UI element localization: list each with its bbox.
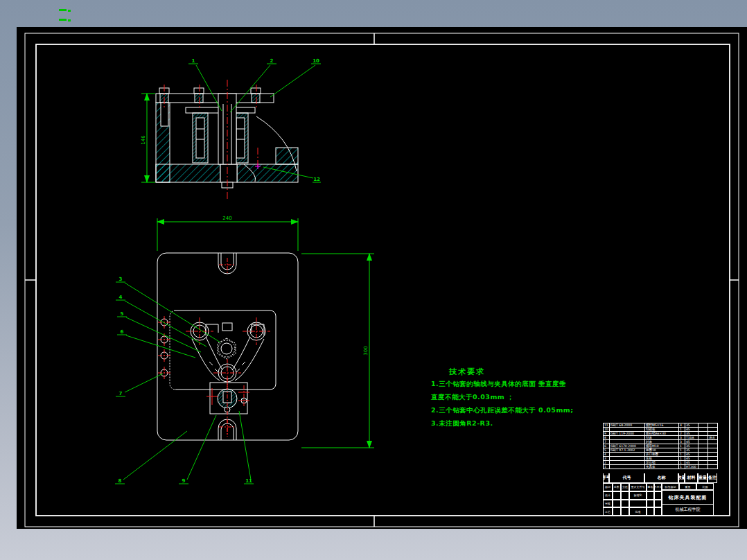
plan-height-dim: 300 xyxy=(363,346,369,355)
tb-label: 阶段标记 xyxy=(662,483,679,490)
title-block: 标记 处数 分区 更改文件号 签名 年月日 设计 标准化 审核 工艺 批准 阶段… xyxy=(603,483,714,516)
bom-header-qty: 数量 xyxy=(678,473,685,483)
tb-label: 年月日 xyxy=(654,483,662,491)
title-block-right: 阶段标记 重量 比例 钻床夹具装配图 机械工程学院 xyxy=(662,483,714,516)
bom-cell: 1 xyxy=(679,465,685,469)
bom-header-code: 代号 xyxy=(609,473,644,483)
tech-req-line: 3.未注圆角R2-R3. xyxy=(431,417,613,430)
title-block-stage-row: 阶段标记 重量 比例 xyxy=(662,483,714,490)
balloon-label: 9 xyxy=(182,478,186,484)
balloon-label: 2 xyxy=(270,58,274,64)
tb-cell xyxy=(654,507,662,516)
tb-cell xyxy=(613,500,621,508)
tb-label: 标准化 xyxy=(629,491,647,500)
tech-req-line: 1.三个钻套的轴线与夹具体的底面 垂直度垂 xyxy=(431,377,613,390)
tech-req-title: 技术要求 xyxy=(449,367,613,377)
tb-label: 审核 xyxy=(603,500,613,508)
balloon-label: 10 xyxy=(313,58,319,64)
balloon-label: 4 xyxy=(119,295,123,300)
cad-viewer-window: { "colors": { "background_top": "#8494a8… xyxy=(0,0,747,560)
bom-cell: HT200 xyxy=(685,465,698,469)
balloon-label: 7 xyxy=(119,391,123,396)
bom-header-mat: 材料 xyxy=(685,473,698,483)
bom-table: 11GB/T 68-2000螺钉M5×1643510钻模板1459GB/T 11… xyxy=(603,423,718,469)
tb-label: 批准 xyxy=(629,507,647,516)
bom-header-note: 备注 xyxy=(708,473,717,483)
balloon-label: 11 xyxy=(245,478,252,484)
tech-req-line: 直度不能大于0.03mm ； xyxy=(431,390,613,403)
plan-view: 240 300 3 4 5 6 7 xyxy=(115,216,374,484)
section-height-dim: 146 xyxy=(141,135,146,145)
tb-cell xyxy=(629,500,647,508)
tb-cell xyxy=(654,500,662,508)
title-block-left-grid: 标记 处数 分区 更改文件号 签名 年月日 设计 标准化 审核 工艺 批准 xyxy=(603,483,662,516)
balloon-label: 1 xyxy=(192,58,195,64)
bom-cell xyxy=(698,465,708,469)
tb-cell xyxy=(613,491,621,500)
tb-cell xyxy=(647,491,654,500)
bom-header-row: 序号 代号 名称 数量 材料 重量 备注 xyxy=(603,473,717,483)
viewer-artifact-marks xyxy=(59,9,71,21)
tb-cell xyxy=(647,507,654,516)
tb-label: 标记 xyxy=(603,483,613,491)
balloon-label: 12 xyxy=(313,177,320,182)
bom-header-name: 名称 xyxy=(644,473,678,483)
tb-label: 比例 xyxy=(696,483,714,490)
bom-cell: 夹具体 xyxy=(645,465,679,469)
balloon-label: 5 xyxy=(121,311,124,317)
tb-label: 分区 xyxy=(621,483,629,491)
balloon-label: 3 xyxy=(119,277,123,282)
balloon-label: 6 xyxy=(121,329,124,335)
tb-label: 更改文件号 xyxy=(629,483,647,491)
bom-header-seq: 序号 xyxy=(603,473,609,483)
plan-width-dim: 240 xyxy=(222,216,231,221)
section-view: 146 1 2 10 12 xyxy=(141,58,321,199)
tb-cell xyxy=(654,491,662,500)
technical-requirements: 技术要求 1.三个钻套的轴线与夹具体的底面 垂直度垂 直度不能大于0.03mm … xyxy=(431,367,613,430)
bom-header-weight: 重量 xyxy=(698,473,708,483)
drawing-title: 钻床夹具装配图 xyxy=(662,490,714,505)
bom-cell xyxy=(610,465,645,469)
tech-req-line: 2.三个钻套中心孔距误差不能大于 0.05mm; xyxy=(431,403,613,417)
tb-cell xyxy=(621,507,629,516)
balloon-label: 8 xyxy=(118,478,122,484)
tb-cell xyxy=(613,507,621,516)
tb-cell xyxy=(621,491,629,500)
bom-cell: 1 xyxy=(604,465,610,469)
organization-name: 机械工程学院 xyxy=(662,505,714,516)
tb-cell xyxy=(647,500,654,508)
tb-label: 设计 xyxy=(603,491,613,500)
tb-label: 签名 xyxy=(647,483,654,491)
tb-label: 工艺 xyxy=(603,507,613,516)
tb-cell xyxy=(621,500,629,508)
bom-row: 1夹具体1HT200 xyxy=(604,465,718,469)
tb-label: 重量 xyxy=(679,483,696,490)
tb-label: 处数 xyxy=(613,483,621,491)
bom-cell xyxy=(708,465,718,469)
